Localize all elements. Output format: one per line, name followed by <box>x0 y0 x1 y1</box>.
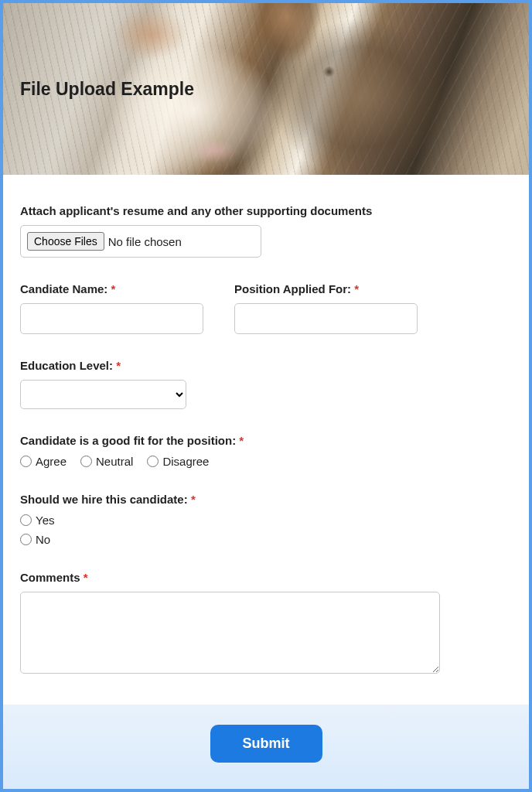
good-fit-options: Agree Neutral Disagree <box>20 455 512 468</box>
position-input[interactable] <box>234 303 418 334</box>
required-asterisk: * <box>239 434 244 447</box>
comments-field: Comments * <box>20 571 512 677</box>
name-position-row: Candiate Name: * Position Applied For: * <box>20 282 512 334</box>
fit-agree-option[interactable]: Agree <box>20 455 66 468</box>
required-asterisk: * <box>191 493 196 506</box>
position-label: Position Applied For: * <box>234 282 418 295</box>
good-fit-field: Candidate is a good fit for the position… <box>20 434 512 468</box>
form-footer: Submit <box>3 705 529 789</box>
page-title: File Upload Example <box>20 79 194 100</box>
file-input-wrapper[interactable]: Choose Files No file chosen <box>20 225 261 258</box>
required-asterisk: * <box>111 282 116 295</box>
submit-button[interactable]: Submit <box>210 725 322 763</box>
education-select[interactable] <box>20 380 186 409</box>
required-asterisk: * <box>116 359 121 372</box>
fit-neutral-option[interactable]: Neutral <box>80 455 133 468</box>
file-upload-field: Attach applicant's resume and any other … <box>20 204 512 258</box>
hire-yes-radio[interactable] <box>20 514 32 526</box>
comments-label: Comments * <box>20 571 512 584</box>
required-asterisk: * <box>84 571 88 584</box>
form-container: File Upload Example Attach applicant's r… <box>3 3 529 789</box>
hire-no-option[interactable]: No <box>20 533 512 546</box>
good-fit-label: Candidate is a good fit for the position… <box>20 434 512 447</box>
hire-label: Should we hire this candidate: * <box>20 493 512 506</box>
candidate-name-field: Candiate Name: * <box>20 282 203 334</box>
fit-disagree-option[interactable]: Disagree <box>147 455 209 468</box>
file-upload-label: Attach applicant's resume and any other … <box>20 204 512 217</box>
candidate-name-input[interactable] <box>20 303 203 334</box>
fit-neutral-radio[interactable] <box>80 456 92 467</box>
hire-options: Yes No <box>20 514 512 546</box>
header-banner: File Upload Example <box>3 3 529 175</box>
form-body: Attach applicant's resume and any other … <box>3 175 529 705</box>
fit-agree-radio[interactable] <box>20 456 32 467</box>
hire-field: Should we hire this candidate: * Yes No <box>20 493 512 546</box>
comments-textarea[interactable] <box>20 592 440 674</box>
hire-yes-option[interactable]: Yes <box>20 514 512 527</box>
required-asterisk: * <box>354 282 359 295</box>
candidate-name-label: Candiate Name: * <box>20 282 203 295</box>
fit-disagree-radio[interactable] <box>147 456 159 467</box>
file-chosen-status: No file chosen <box>108 235 182 248</box>
hire-no-radio[interactable] <box>20 534 32 545</box>
position-field: Position Applied For: * <box>234 282 418 334</box>
education-label: Education Level: * <box>20 359 512 372</box>
choose-files-button[interactable]: Choose Files <box>27 232 104 251</box>
education-field: Education Level: * <box>20 359 512 409</box>
